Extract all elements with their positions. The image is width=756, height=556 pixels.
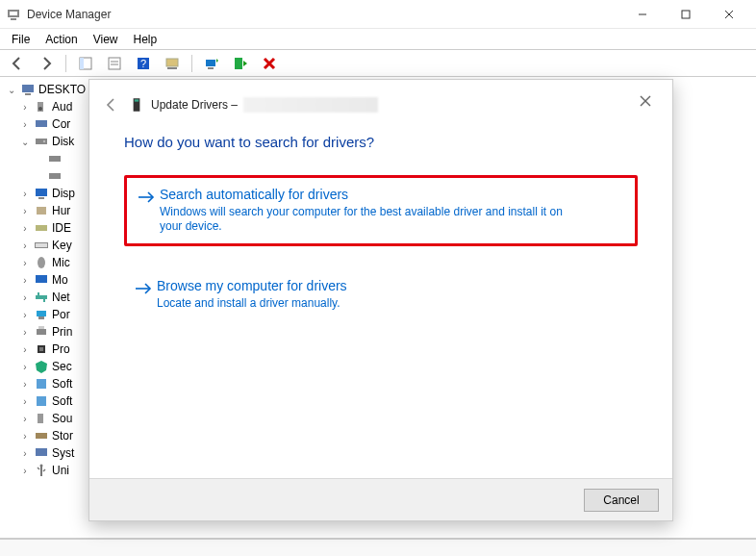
menubar: File Action View Help [0, 29, 756, 50]
chevron-right-icon[interactable]: › [19, 414, 31, 424]
svg-rect-26 [49, 156, 61, 162]
port-icon [34, 307, 49, 322]
disk-icon [47, 168, 63, 184]
svg-rect-15 [167, 67, 177, 69]
menu-view[interactable]: View [86, 31, 126, 48]
svg-point-51 [40, 465, 43, 468]
chevron-right-icon[interactable]: › [19, 223, 31, 234]
dialog-close-button[interactable] [632, 89, 659, 113]
tree-item-label: Soft [52, 377, 72, 391]
chevron-down-icon[interactable]: ⌄ [19, 137, 31, 147]
chevron-right-icon[interactable]: › [19, 344, 31, 355]
monitor-icon [34, 186, 49, 201]
menu-help[interactable]: Help [126, 31, 165, 48]
tree-item-label: Por [52, 308, 70, 321]
tree-item-label: Prin [52, 325, 72, 339]
svg-rect-41 [37, 329, 46, 335]
svg-rect-48 [36, 433, 47, 439]
option-browse-computer[interactable]: Browse my computer for drivers Locate an… [124, 269, 638, 320]
close-window-button[interactable] [707, 0, 750, 28]
device-icon [128, 96, 145, 114]
chevron-right-icon[interactable]: › [19, 310, 31, 320]
chevron-down-icon[interactable]: ⌄ [6, 85, 17, 95]
device-manager-icon [6, 7, 21, 22]
help-button[interactable]: ? [132, 53, 155, 74]
dialog-header: Update Drivers – [89, 80, 672, 130]
arrow-right-icon [134, 279, 157, 301]
menu-file[interactable]: File [4, 31, 38, 48]
chevron-right-icon[interactable]: › [19, 431, 31, 442]
cancel-button[interactable]: Cancel [584, 489, 659, 512]
option-search-automatically[interactable]: Search automatically for drivers Windows… [124, 175, 638, 246]
svg-rect-14 [166, 59, 178, 66]
show-hide-tree-button[interactable] [74, 53, 97, 74]
chevron-right-icon[interactable]: › [19, 448, 31, 459]
ide-icon [34, 220, 49, 236]
chevron-right-icon[interactable]: › [19, 275, 31, 286]
tree-item-label: Syst [52, 446, 74, 460]
tree-item-label: Stor [52, 429, 73, 442]
chevron-right-icon[interactable]: › [19, 206, 31, 216]
menu-action[interactable]: Action [38, 31, 85, 48]
keyboard-icon [34, 238, 49, 253]
minimize-button[interactable] [620, 0, 664, 28]
svg-rect-24 [36, 139, 47, 144]
properties-button[interactable] [103, 53, 126, 74]
scan-hardware-button[interactable] [161, 53, 184, 74]
printer-icon [34, 324, 49, 340]
tree-item-label: Key [52, 239, 72, 252]
back-button[interactable] [6, 53, 29, 74]
forward-button[interactable] [35, 53, 58, 74]
chevron-right-icon[interactable]: › [19, 466, 31, 476]
chevron-right-icon[interactable]: › [19, 379, 31, 390]
svg-text:?: ? [140, 58, 146, 69]
chevron-right-icon[interactable]: › [19, 292, 31, 303]
update-drivers-dialog: Update Drivers – How do you want to sear… [88, 79, 673, 521]
titlebar: Device Manager [0, 0, 756, 29]
toolbar: ? [0, 50, 756, 77]
tree-item-label: Net [52, 291, 70, 304]
svg-rect-49 [36, 448, 47, 456]
svg-rect-19 [22, 85, 34, 92]
option-title: Search automatically for drivers [160, 186, 629, 203]
chevron-right-icon[interactable]: › [19, 327, 31, 338]
dialog-footer: Cancel [89, 478, 672, 520]
monitor-icon [34, 272, 49, 288]
chevron-right-icon[interactable]: › [19, 240, 31, 251]
usb-icon [34, 463, 49, 478]
component-icon [34, 393, 49, 409]
arrow-right-icon [137, 188, 160, 210]
statusbar [0, 539, 756, 556]
update-driver-button[interactable] [200, 53, 223, 74]
chevron-right-icon[interactable]: › [19, 362, 31, 372]
chevron-right-icon[interactable]: › [19, 396, 31, 407]
svg-rect-31 [36, 225, 47, 231]
tree-item-label: Uni [52, 464, 69, 477]
svg-rect-45 [37, 379, 46, 389]
svg-point-25 [43, 140, 45, 142]
tree-item-label: IDE [52, 221, 71, 235]
chevron-right-icon[interactable]: › [19, 189, 31, 199]
svg-rect-2 [11, 18, 16, 20]
chevron-right-icon[interactable]: › [19, 258, 31, 268]
svg-rect-33 [36, 243, 47, 247]
svg-rect-42 [38, 326, 44, 329]
back-arrow-icon[interactable] [101, 95, 120, 114]
window-title: Device Manager [27, 8, 620, 21]
tree-item-label: Sec [52, 360, 72, 373]
option-title: Browse my computer for drivers [157, 277, 632, 294]
svg-rect-38 [43, 299, 45, 302]
uninstall-device-button[interactable] [258, 53, 281, 74]
option-description: Windows will search your computer for th… [160, 205, 564, 234]
chevron-right-icon[interactable]: › [19, 119, 31, 130]
dialog-body: How do you want to search for drivers? S… [89, 130, 672, 320]
network-icon [34, 290, 49, 305]
svg-rect-37 [38, 292, 39, 295]
separator [191, 55, 192, 72]
maximize-button[interactable] [664, 0, 707, 28]
chevron-right-icon[interactable]: › [19, 102, 31, 113]
enable-device-button[interactable] [229, 53, 252, 74]
speaker-icon [34, 411, 49, 426]
processor-icon [34, 341, 49, 357]
svg-rect-23 [36, 120, 47, 127]
